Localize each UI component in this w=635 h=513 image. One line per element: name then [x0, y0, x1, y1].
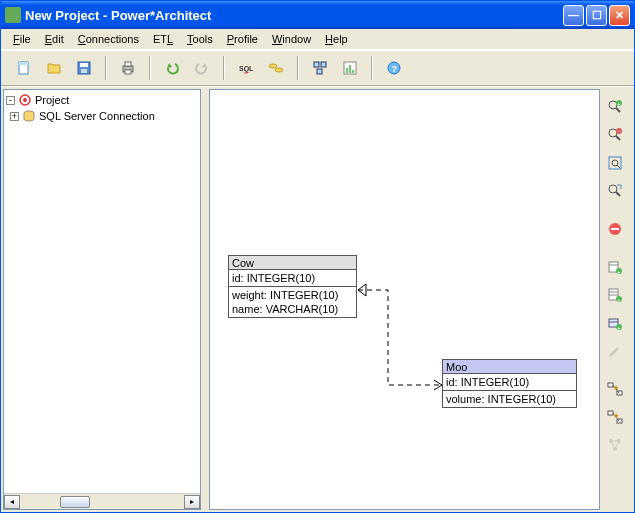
new-rel-nonidentifying-button[interactable]: ★: [603, 405, 627, 429]
svg-rect-13: [317, 69, 322, 74]
svg-line-28: [616, 136, 620, 140]
menu-bar: File Edit Connections ETL Tools Profile …: [1, 29, 634, 50]
delete-button[interactable]: [603, 217, 627, 241]
scroll-thumb[interactable]: [60, 496, 90, 508]
compare-button[interactable]: [263, 55, 289, 81]
svg-line-35: [616, 192, 620, 196]
entity-title: Moo: [443, 360, 576, 374]
copy-schema-button[interactable]: [307, 55, 333, 81]
svg-point-34: [609, 185, 617, 193]
minimize-button[interactable]: —: [563, 5, 584, 26]
tree-content[interactable]: - Project + SQL Server Connection: [4, 90, 200, 493]
column-row[interactable]: id: INTEGER(10): [232, 271, 353, 285]
body: - Project + SQL Server Connection ◂ ▸: [1, 86, 634, 512]
svg-line-24: [616, 108, 620, 112]
add-column-button[interactable]: +: [603, 283, 627, 307]
svg-point-23: [609, 101, 617, 109]
window-title: New Project - Power*Architect: [25, 8, 563, 23]
svg-rect-17: [352, 70, 354, 73]
svg-rect-6: [125, 62, 131, 66]
sql-button[interactable]: SQL: [233, 55, 259, 81]
tree-row-db[interactable]: + SQL Server Connection: [6, 108, 198, 124]
menu-edit[interactable]: Edit: [39, 31, 70, 47]
tree-panel: - Project + SQL Server Connection ◂ ▸: [3, 89, 201, 510]
svg-rect-37: [611, 228, 619, 230]
entity-body: weight: INTEGER(10) name: VARCHAR(10): [229, 287, 356, 317]
app-icon: [5, 7, 21, 23]
menu-connections[interactable]: Connections: [72, 31, 145, 47]
menu-tools[interactable]: Tools: [181, 31, 219, 47]
svg-rect-11: [314, 62, 319, 67]
svg-point-27: [609, 129, 617, 137]
help-button[interactable]: ?: [381, 55, 407, 81]
tree-toggle-icon[interactable]: +: [10, 112, 19, 121]
close-button[interactable]: ✕: [609, 5, 630, 26]
app-window: New Project - Power*Architect — ☐ ✕ File…: [0, 0, 635, 513]
right-toolbar: + − + + + ★ ★: [600, 91, 630, 508]
menu-profile[interactable]: Profile: [221, 31, 264, 47]
new-rel-identifying-button[interactable]: ★: [603, 377, 627, 401]
canvas-wrap: Cow id: INTEGER(10) weight: INTEGER(10) …: [209, 89, 632, 510]
svg-text:★: ★: [613, 412, 619, 419]
column-row[interactable]: volume: INTEGER(10): [446, 392, 573, 406]
maximize-button[interactable]: ☐: [586, 5, 607, 26]
svg-text:−: −: [617, 128, 621, 134]
svg-rect-4: [81, 69, 87, 73]
svg-rect-1: [19, 62, 28, 65]
svg-rect-3: [80, 63, 88, 67]
svg-rect-16: [349, 65, 351, 73]
add-table-button[interactable]: +: [603, 255, 627, 279]
tree-toggle-icon[interactable]: -: [6, 96, 15, 105]
svg-text:★: ★: [613, 384, 619, 391]
svg-rect-15: [346, 68, 348, 73]
column-row[interactable]: weight: INTEGER(10): [232, 288, 353, 302]
zoom-reset-button[interactable]: [603, 179, 627, 203]
scroll-left-button[interactable]: ◂: [4, 495, 20, 509]
add-index-button[interactable]: +: [603, 311, 627, 335]
svg-text:?: ?: [392, 64, 398, 74]
menu-etl[interactable]: ETL: [147, 31, 179, 47]
main-toolbar: SQL ?: [1, 50, 634, 86]
new-button[interactable]: [11, 55, 37, 81]
svg-point-10: [275, 68, 283, 72]
db-icon: [22, 109, 36, 123]
menu-window[interactable]: Window: [266, 31, 317, 47]
tree-row-project[interactable]: - Project: [6, 92, 198, 108]
diagram-canvas[interactable]: Cow id: INTEGER(10) weight: INTEGER(10) …: [209, 89, 600, 510]
zoom-out-button[interactable]: −: [603, 123, 627, 147]
svg-rect-7: [125, 70, 131, 74]
svg-rect-12: [321, 62, 326, 67]
project-icon: [18, 93, 32, 107]
tree-label: Project: [35, 94, 69, 106]
entity-moo[interactable]: Moo id: INTEGER(10) volume: INTEGER(10): [442, 359, 577, 408]
entity-cow[interactable]: Cow id: INTEGER(10) weight: INTEGER(10) …: [228, 255, 357, 318]
scroll-right-button[interactable]: ▸: [184, 495, 200, 509]
auto-layout-button[interactable]: [603, 433, 627, 457]
edit-button[interactable]: [603, 339, 627, 363]
tree-label: SQL Server Connection: [39, 110, 155, 122]
svg-point-21: [23, 98, 27, 102]
zoom-fit-button[interactable]: [603, 151, 627, 175]
entity-pk: id: INTEGER(10): [229, 270, 356, 287]
svg-text:+: +: [617, 325, 621, 331]
entity-title: Cow: [229, 256, 356, 270]
entity-body: volume: INTEGER(10): [443, 391, 576, 407]
svg-line-33: [617, 165, 620, 168]
menu-help[interactable]: Help: [319, 31, 354, 47]
save-button[interactable]: [71, 55, 97, 81]
redo-button[interactable]: [189, 55, 215, 81]
zoom-in-button[interactable]: +: [603, 95, 627, 119]
svg-text:+: +: [617, 101, 621, 107]
horizontal-scrollbar[interactable]: ◂ ▸: [4, 493, 200, 509]
undo-button[interactable]: [159, 55, 185, 81]
open-button[interactable]: [41, 55, 67, 81]
title-bar[interactable]: New Project - Power*Architect — ☐ ✕: [1, 1, 634, 29]
print-button[interactable]: [115, 55, 141, 81]
column-row[interactable]: id: INTEGER(10): [446, 375, 573, 389]
svg-text:+: +: [617, 269, 621, 275]
svg-text:+: +: [617, 297, 621, 303]
column-row[interactable]: name: VARCHAR(10): [232, 302, 353, 316]
profile-button[interactable]: [337, 55, 363, 81]
menu-file[interactable]: File: [7, 31, 37, 47]
scroll-track[interactable]: [20, 495, 184, 509]
